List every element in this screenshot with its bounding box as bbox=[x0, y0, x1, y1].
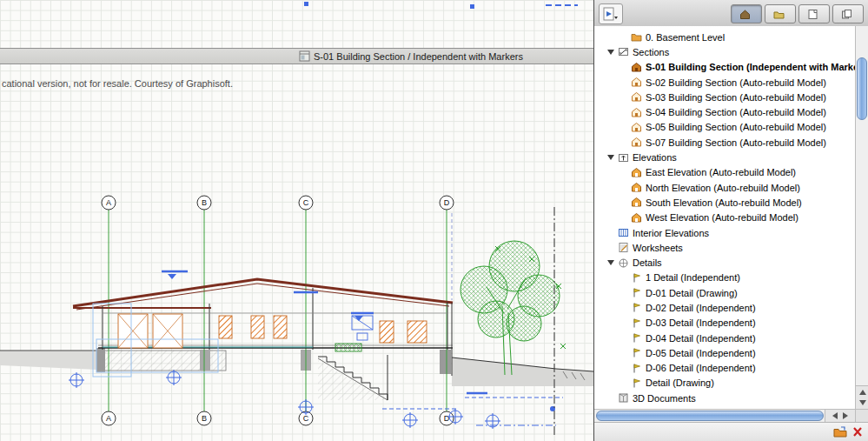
elevation-icon bbox=[631, 167, 642, 178]
project-chooser-icon bbox=[603, 7, 619, 21]
project-map-button[interactable] bbox=[731, 4, 762, 23]
section-line-marks bbox=[304, 2, 578, 9]
disclosure-triangle-icon[interactable] bbox=[607, 260, 618, 265]
disclosure-triangle-icon[interactable] bbox=[607, 155, 618, 160]
folder-icon[interactable] bbox=[833, 425, 847, 438]
tree-item-d04-detail[interactable]: D-04 Detail (Independent) bbox=[594, 331, 855, 345]
tree-item-d03-detail[interactable]: D-03 Detail (Independent) bbox=[594, 316, 855, 331]
detail-icon bbox=[631, 287, 642, 298]
navigator-panel: 0. Basement Level Sections S-01 Building… bbox=[593, 0, 868, 441]
tree-item-s07-building-section[interactable]: S-07 Building Section (Auto-rebuild Mode… bbox=[594, 135, 855, 150]
grid-marker-label: D bbox=[444, 198, 450, 207]
3d-documents-icon bbox=[618, 392, 629, 404]
elevation-icon bbox=[631, 212, 642, 224]
section-icon bbox=[631, 107, 642, 118]
worksheets-icon bbox=[618, 242, 629, 253]
layout-book-button[interactable] bbox=[798, 4, 830, 23]
tree-item-details[interactable]: Details bbox=[594, 255, 855, 270]
elevation-icon bbox=[631, 197, 642, 208]
grid-marker-label: C bbox=[303, 198, 309, 207]
tree-item-d05-detail[interactable]: D-05 Detail (Independent) bbox=[594, 345, 855, 360]
horizontal-scrollbar[interactable] bbox=[594, 409, 855, 422]
tree-item-s03-building-section[interactable]: S-03 Building Section (Auto-rebuild Mode… bbox=[594, 90, 855, 104]
building bbox=[73, 213, 487, 400]
tree-item-sections[interactable]: Sections bbox=[594, 44, 855, 59]
tree-item-s02-building-section[interactable]: S-02 Building Section (Auto-rebuild Mode… bbox=[594, 75, 855, 90]
tree-item-s01-building-section[interactable]: S-01 Building Section (Independent with … bbox=[594, 60, 855, 75]
navigator-toolbar bbox=[594, 0, 868, 27]
vertical-scrollbar[interactable] bbox=[855, 26, 868, 409]
educational-watermark: cational version, not for resale. Courte… bbox=[2, 78, 233, 89]
tree-item-interior-elevations[interactable]: Interior Elevations bbox=[594, 225, 855, 240]
tree-item-east-elevation[interactable]: East Elevation (Auto-rebuild Model) bbox=[594, 165, 855, 180]
scroll-up-icon[interactable] bbox=[859, 390, 866, 395]
section-icon bbox=[631, 122, 642, 133]
section-viewpoint-icon bbox=[299, 50, 310, 62]
horizontal-scrollbar-thumb[interactable] bbox=[596, 411, 824, 421]
section-icon bbox=[631, 137, 642, 148]
section-icon bbox=[631, 77, 642, 88]
scroll-left-icon[interactable] bbox=[832, 412, 838, 419]
section-icon bbox=[631, 62, 642, 73]
tree-item-3d-documents[interactable]: 3D Documents bbox=[594, 391, 855, 405]
drawing-tab-bar[interactable]: S-01 Building Section / Independent with… bbox=[0, 48, 593, 64]
tree-item-elevations[interactable]: Elevations bbox=[594, 150, 855, 164]
tree-item-s04-building-section[interactable]: S-04 Building Section (Auto-rebuild Mode… bbox=[594, 104, 855, 119]
grid-marker-label: B bbox=[202, 414, 207, 423]
disclosure-triangle-icon[interactable] bbox=[607, 50, 618, 55]
navigator-status-bar bbox=[594, 422, 868, 441]
project-map-icon bbox=[739, 9, 751, 20]
detail-icon bbox=[631, 332, 642, 344]
detail-icon bbox=[631, 317, 642, 329]
view-map-button[interactable] bbox=[765, 4, 796, 23]
detail-icon bbox=[631, 302, 642, 313]
tree-item-south-elevation[interactable]: South Elevation (Auto-rebuild Model) bbox=[594, 195, 855, 210]
details-group-icon bbox=[618, 257, 629, 269]
structural-grid: A B C D A B C D bbox=[102, 196, 454, 425]
detail-icon bbox=[631, 363, 642, 374]
elevations-group-icon bbox=[618, 152, 629, 164]
project-map-tree: 0. Basement Level Sections S-01 Building… bbox=[594, 26, 855, 409]
tree-item-north-elevation[interactable]: North Elevation (Auto-rebuild Model) bbox=[594, 180, 855, 195]
vertical-scrollbar-thumb[interactable] bbox=[857, 57, 867, 120]
detail-icon bbox=[631, 272, 642, 284]
vertical-scroll-arrows[interactable] bbox=[856, 385, 868, 409]
scroll-down-icon[interactable] bbox=[859, 400, 866, 405]
layout-book-icon bbox=[807, 9, 818, 20]
close-icon[interactable] bbox=[851, 425, 865, 438]
tree-item-west-elevation[interactable]: West Elevation (Auto-rebuild Model) bbox=[594, 210, 855, 225]
tree-item-d02-detail[interactable]: D-02 Detail (Independent) bbox=[594, 300, 855, 315]
tree bbox=[461, 241, 566, 375]
scroll-right-icon[interactable] bbox=[843, 412, 848, 419]
tree-item-1-detail[interactable]: 1 Detail (Independent) bbox=[594, 271, 855, 285]
grid-marker-label: A bbox=[106, 414, 111, 423]
view-map-icon bbox=[773, 9, 785, 20]
detail-icon bbox=[631, 378, 642, 389]
interior-elevations-icon bbox=[618, 227, 629, 238]
publisher-sets-button[interactable] bbox=[832, 4, 864, 23]
folder-icon bbox=[631, 31, 642, 43]
project-chooser-button[interactable] bbox=[599, 3, 623, 24]
building-section-drawing: A B C D A B C D bbox=[0, 0, 593, 441]
drawing-tab: S-01 Building Section / Independent with… bbox=[299, 50, 523, 63]
grid-marker-label: A bbox=[106, 198, 111, 207]
sections-group-icon bbox=[618, 46, 629, 57]
archicad-window: A B C D A B C D bbox=[0, 0, 868, 441]
section-icon bbox=[631, 91, 642, 103]
tree-item-basement-level[interactable]: 0. Basement Level bbox=[594, 30, 855, 44]
scrollbar-corner bbox=[855, 409, 868, 422]
publisher-sets-icon bbox=[841, 9, 852, 20]
grid-marker-label: C bbox=[303, 414, 309, 423]
tree-item-s05-building-section[interactable]: S-05 Building Section (Auto-rebuild Mode… bbox=[594, 120, 855, 135]
tree-item-d01-detail[interactable]: D-01 Detail (Drawing) bbox=[594, 285, 855, 300]
tree-item-d06-detail[interactable]: D-06 Detail (Independent) bbox=[594, 361, 855, 376]
detail-icon bbox=[631, 347, 642, 358]
horizontal-scroll-arrows[interactable] bbox=[825, 410, 855, 422]
drawing-canvas[interactable]: A B C D A B C D bbox=[0, 0, 593, 441]
elevation-icon bbox=[631, 182, 642, 193]
tree-item-detail-drawing[interactable]: Detail (Drawing) bbox=[594, 376, 855, 391]
navigator-map-buttons bbox=[731, 4, 864, 23]
grid-marker-label: B bbox=[202, 198, 207, 207]
tree-item-worksheets[interactable]: Worksheets bbox=[594, 240, 855, 255]
stairs bbox=[318, 355, 388, 400]
